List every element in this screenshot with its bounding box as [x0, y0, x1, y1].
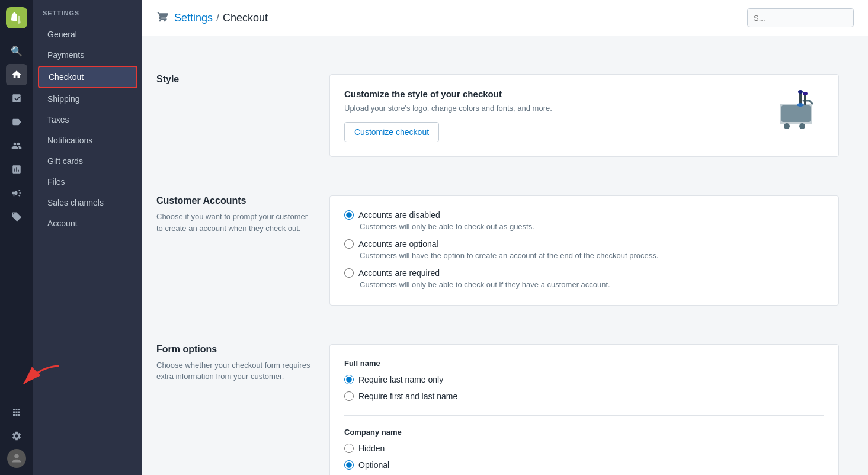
- full-name-title: Full name: [344, 359, 824, 368]
- sidebar-item-taxes[interactable]: Taxes: [38, 110, 137, 130]
- sidebar-item-gift-cards[interactable]: Gift cards: [38, 151, 137, 171]
- content-area: Style Customize the style of your checko…: [142, 36, 853, 475]
- top-header: Settings / Checkout: [142, 0, 868, 36]
- accounts-required-label[interactable]: Accounts are required: [344, 268, 824, 278]
- style-card-desc: Upload your store's logo, change colors …: [344, 104, 552, 113]
- accounts-optional-desc: Customers will have the option to create…: [360, 251, 824, 261]
- svg-rect-5: [799, 92, 802, 105]
- customer-accounts-desc: Choose if you want to prompt your custom…: [156, 211, 310, 234]
- accounts-required-desc: Customers will only be able to check out…: [360, 280, 824, 290]
- sidebar-item-shipping[interactable]: Shipping: [38, 89, 137, 109]
- sidebar-item-notifications[interactable]: Notifications: [38, 130, 137, 150]
- company-name-radio-group: Hidden Optional Required: [344, 444, 824, 475]
- accounts-disabled-desc: Customers will only be able to check out…: [360, 222, 824, 232]
- company-name-section: Company name Hidden Optional Required: [344, 428, 824, 475]
- accounts-optional-option: Accounts are optional Customers will hav…: [344, 239, 824, 261]
- form-options-desc: Choose whether your checkout form requir…: [156, 360, 310, 383]
- customer-accounts-card: Accounts are disabled Customers will onl…: [329, 195, 839, 306]
- company-name-title: Company name: [344, 428, 824, 437]
- nav-settings-icon[interactable]: [6, 425, 27, 447]
- first-last-name-radio[interactable]: [344, 391, 354, 401]
- sidebar-item-files[interactable]: Files: [38, 172, 137, 192]
- style-section-left: Style: [156, 74, 310, 157]
- last-name-only-text: Require last name only: [358, 375, 443, 384]
- svg-point-4: [799, 123, 805, 129]
- nav-search-icon[interactable]: 🔍: [6, 40, 27, 62]
- cart-icon: [156, 11, 168, 25]
- customer-accounts-section: Customer Accounts Choose if you want to …: [156, 176, 839, 325]
- nav-apps-icon[interactable]: [6, 402, 27, 423]
- first-last-name-text: Require first and last name: [358, 391, 457, 401]
- svg-rect-2: [781, 105, 811, 122]
- accounts-required-radio[interactable]: [344, 268, 354, 278]
- sidebar-item-checkout[interactable]: Checkout: [38, 66, 137, 88]
- nav-marketing-icon[interactable]: [6, 182, 27, 204]
- form-divider: [344, 415, 824, 416]
- accounts-radio-group: Accounts are disabled Customers will onl…: [344, 210, 824, 291]
- sidebar-item-account[interactable]: Account: [38, 213, 137, 233]
- company-hidden-label[interactable]: Hidden: [344, 444, 824, 453]
- shopify-logo[interactable]: [6, 7, 27, 28]
- nav-analytics-icon[interactable]: [6, 159, 27, 180]
- last-name-only-radio[interactable]: [344, 375, 354, 384]
- sidebar-item-sales-channels[interactable]: Sales channels: [38, 192, 137, 213]
- settings-breadcrumb-link[interactable]: Settings: [174, 12, 213, 24]
- form-options-left: Form options Choose whether your checkou…: [156, 344, 310, 475]
- icon-bar: 🔍: [0, 0, 33, 475]
- last-name-only-label[interactable]: Require last name only: [344, 375, 824, 384]
- full-name-radio-group: Require last name only Require first and…: [344, 375, 824, 401]
- nav-home-icon[interactable]: [6, 64, 27, 85]
- style-section-title: Style: [156, 74, 310, 85]
- style-card-heading: Customize the style of your checkout: [344, 89, 552, 99]
- customize-checkout-button[interactable]: Customize checkout: [344, 122, 439, 142]
- user-avatar[interactable]: [7, 449, 26, 468]
- svg-point-0: [14, 454, 18, 458]
- first-last-name-label[interactable]: Require first and last name: [344, 391, 824, 401]
- company-optional-radio[interactable]: [344, 460, 354, 470]
- company-optional-text: Optional: [358, 460, 389, 470]
- accounts-required-option: Accounts are required Customers will onl…: [344, 268, 824, 290]
- company-hidden-text: Hidden: [358, 444, 385, 453]
- svg-point-9: [797, 103, 804, 107]
- nav-discounts-icon[interactable]: [6, 206, 27, 227]
- form-options-card: Full name Require last name only Require…: [329, 344, 839, 475]
- accounts-optional-radio[interactable]: [344, 239, 354, 249]
- svg-point-3: [784, 123, 790, 129]
- accounts-disabled-radio[interactable]: [344, 210, 354, 220]
- cart-illustration: [771, 89, 824, 136]
- style-card: Customize the style of your checkout Upl…: [329, 74, 839, 157]
- nav-products-icon[interactable]: [6, 111, 27, 133]
- full-name-section: Full name Require last name only Require…: [344, 359, 824, 401]
- customer-accounts-title: Customer Accounts: [156, 195, 310, 206]
- accounts-disabled-text: Accounts are disabled: [358, 210, 440, 220]
- search-input[interactable]: [747, 8, 854, 27]
- sidebar-item-general[interactable]: General: [38, 24, 137, 44]
- form-options-section: Form options Choose whether your checkou…: [156, 325, 839, 475]
- form-options-title: Form options: [156, 344, 310, 355]
- breadcrumb-current: Checkout: [223, 12, 268, 24]
- nav-orders-icon[interactable]: [6, 88, 27, 109]
- breadcrumb-separator: /: [216, 12, 219, 24]
- accounts-optional-label[interactable]: Accounts are optional: [344, 239, 824, 249]
- style-section: Style Customize the style of your checko…: [156, 55, 839, 176]
- svg-point-8: [803, 92, 808, 95]
- nav-customers-icon[interactable]: [6, 135, 27, 156]
- sidebar-item-payments[interactable]: Payments: [38, 45, 137, 65]
- svg-point-6: [798, 90, 803, 94]
- company-optional-label[interactable]: Optional: [344, 460, 824, 470]
- breadcrumb: Settings / Checkout: [156, 11, 268, 25]
- accounts-disabled-option: Accounts are disabled Customers will onl…: [344, 210, 824, 232]
- customer-accounts-left: Customer Accounts Choose if you want to …: [156, 195, 310, 306]
- main-content: Settings / Checkout Style Customize the …: [142, 0, 868, 475]
- accounts-optional-text: Accounts are optional: [358, 239, 438, 249]
- sidebar: SETTINGS General Payments Checkout Shipp…: [33, 0, 142, 475]
- style-card-text: Customize the style of your checkout Upl…: [344, 89, 552, 142]
- sidebar-header: SETTINGS: [33, 9, 142, 24]
- accounts-disabled-label[interactable]: Accounts are disabled: [344, 210, 824, 220]
- accounts-required-text: Accounts are required: [358, 268, 440, 278]
- company-hidden-radio[interactable]: [344, 444, 354, 453]
